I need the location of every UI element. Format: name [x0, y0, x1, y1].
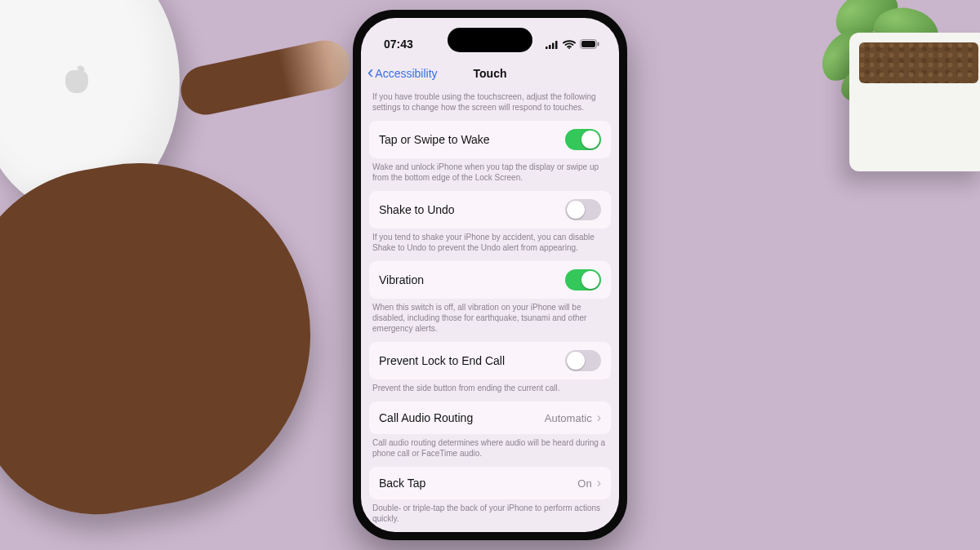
row-back-tap[interactable]: Back Tap On ›	[369, 467, 611, 499]
back-button[interactable]: ‹ Accessibility	[368, 65, 438, 82]
chevron-right-icon: ›	[597, 476, 601, 490]
row-label: Shake to Undo	[379, 203, 455, 216]
toggle-shake-to-undo[interactable]	[565, 199, 601, 220]
chevron-left-icon: ‹	[368, 64, 373, 82]
wifi-icon	[563, 40, 576, 49]
svg-rect-6	[581, 41, 595, 47]
row-value: Automatic	[545, 412, 592, 424]
row-value: On	[577, 477, 591, 490]
row-label: Back Tap	[379, 477, 425, 490]
toggle-prevent-lock-to-end-call[interactable]	[565, 350, 601, 371]
intro-footer: If you have trouble using the touchscree…	[361, 88, 619, 121]
row-footer: Double- or triple-tap the back of your i…	[361, 499, 619, 532]
apple-logo-icon	[65, 65, 88, 93]
hand	[0, 136, 337, 534]
toggle-tap-or-swipe-to-wake[interactable]	[565, 129, 601, 150]
toggle-vibration[interactable]	[565, 269, 601, 291]
svg-rect-0	[546, 47, 548, 49]
svg-rect-3	[555, 41, 558, 49]
row-prevent-lock-to-end-call[interactable]: Prevent Lock to End Call	[369, 342, 611, 379]
status-time: 07:43	[384, 38, 413, 51]
pointing-finger	[176, 36, 354, 119]
iphone-frame: 07:43 ‹ Accessibility Touch	[353, 10, 627, 540]
settings-list[interactable]: If you have trouble using the touchscree…	[361, 88, 619, 532]
row-footer: Prevent the side button from ending the …	[361, 379, 619, 401]
row-footer: Call audio routing determines where audi…	[361, 434, 619, 467]
row-label: Vibration	[379, 273, 424, 286]
row-footer: Wake and unlock iPhone when you tap the …	[361, 158, 619, 191]
screen: 07:43 ‹ Accessibility Touch	[361, 18, 619, 532]
chevron-right-icon: ›	[597, 410, 601, 425]
row-footer: If you tend to shake your iPhone by acci…	[361, 228, 619, 261]
row-shake-to-undo[interactable]: Shake to Undo	[369, 191, 611, 228]
row-label: Call Audio Routing	[379, 411, 473, 424]
dynamic-island	[448, 28, 532, 52]
svg-point-4	[568, 47, 570, 49]
svg-rect-2	[552, 42, 555, 49]
row-call-audio-routing[interactable]: Call Audio Routing Automatic ›	[369, 401, 611, 434]
back-label: Accessibility	[375, 67, 437, 80]
row-label: Tap or Swipe to Wake	[379, 133, 490, 146]
cellular-icon	[546, 40, 559, 49]
svg-rect-7	[598, 42, 599, 47]
nav-bar: ‹ Accessibility Touch	[361, 59, 619, 88]
row-footer: When this switch is off, all vibration o…	[361, 299, 619, 342]
row-vibration[interactable]: Vibration	[369, 261, 611, 299]
battery-icon	[580, 39, 599, 49]
row-tap-or-swipe-to-wake[interactable]: Tap or Swipe to Wake	[369, 121, 611, 158]
svg-rect-1	[549, 45, 551, 49]
row-label: Prevent Lock to End Call	[379, 354, 505, 367]
plant	[825, 0, 980, 228]
